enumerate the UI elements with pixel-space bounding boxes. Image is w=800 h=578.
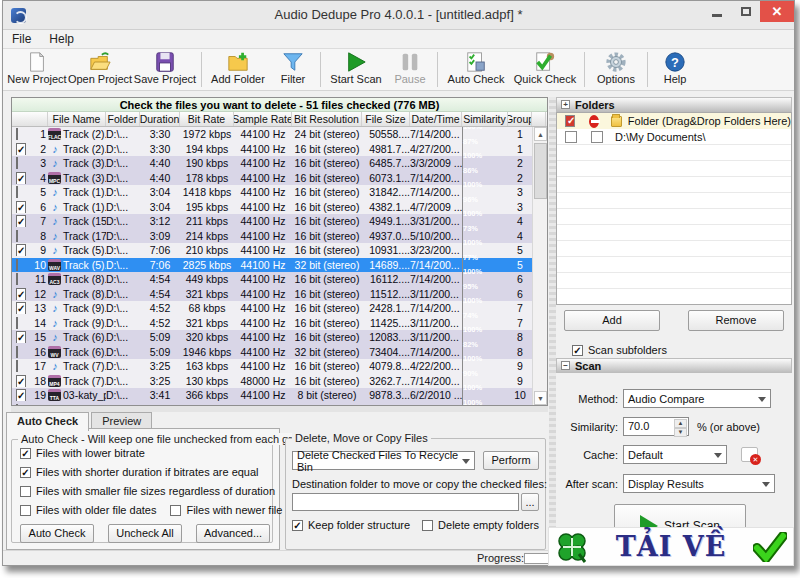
file-row[interactable]: 14♪Track (9).mD:\...4:52321 kbps44100 Hz… xyxy=(12,316,532,331)
file-row[interactable]: 13♪Track (9).aD:\...4:5268 kbps44100 Hz1… xyxy=(12,301,532,316)
file-row[interactable]: 15♪Track (6).mD:\...5:09320 kbps44100 Hz… xyxy=(12,330,532,345)
col-header-duration[interactable]: Duration xyxy=(140,112,180,126)
minimize-button[interactable] xyxy=(702,1,731,22)
file-checkbox[interactable] xyxy=(16,128,18,140)
advanced-button[interactable]: Advanced... xyxy=(196,524,270,543)
file-checkbox[interactable] xyxy=(16,375,26,387)
file-row[interactable]: 5♪Track (1).aD:\...3:041418 kbps44100 Hz… xyxy=(12,185,532,200)
file-checkbox[interactable] xyxy=(16,186,18,198)
folder-exclude-checkbox[interactable] xyxy=(591,131,603,143)
file-row[interactable]: 8♪Track (17).D:\...3:09214 kbps44100 Hz1… xyxy=(12,229,532,244)
col-header-similarity[interactable]: Similarity xyxy=(462,112,508,126)
delete-cache-icon[interactable] xyxy=(741,447,758,462)
file-row[interactable]: 9♪Track (5).mD:\...7:06210 kbps44100 Hz1… xyxy=(12,243,532,258)
col-header-blank[interactable] xyxy=(12,112,48,126)
remove-folder-list-button[interactable]: Remove xyxy=(688,310,784,331)
folder-drop-row[interactable]: Folder (Drag&Drop Folders Here) xyxy=(557,113,791,129)
add-folder-button[interactable]: Add Folder xyxy=(206,49,270,90)
file-checkbox[interactable] xyxy=(16,215,26,227)
folder-include-checkbox[interactable] xyxy=(565,131,577,143)
delete-empty-folders-option[interactable]: Delete empty folders xyxy=(422,519,539,531)
file-checkbox[interactable] xyxy=(16,404,18,405)
auto-check-option[interactable]: Files with older file dates xyxy=(20,504,156,516)
file-checkbox[interactable] xyxy=(16,172,26,184)
include-all-checkbox[interactable] xyxy=(565,115,575,127)
file-row[interactable]: 19TTA03-katy_peD:\...3:41366 kbps44100 H… xyxy=(12,388,532,403)
options-button[interactable]: Options xyxy=(589,49,643,90)
file-checkbox[interactable] xyxy=(16,244,26,256)
scan-section-header[interactable]: − Scan xyxy=(556,358,792,373)
delete-empty-folders-checkbox[interactable] xyxy=(422,520,433,531)
maximize-button[interactable] xyxy=(731,1,760,22)
file-checkbox[interactable] xyxy=(16,288,26,300)
menu-file[interactable]: File xyxy=(3,30,40,48)
file-checkbox[interactable] xyxy=(16,317,18,329)
file-checkbox[interactable] xyxy=(16,302,26,314)
option-checkbox[interactable] xyxy=(20,486,31,497)
folders-section-header[interactable]: + Folders xyxy=(556,97,792,112)
cache-dropdown[interactable]: Default xyxy=(623,445,727,464)
after-scan-dropdown[interactable]: Display Results xyxy=(623,474,775,493)
col-header-sample-rate[interactable]: Sample Rate xyxy=(234,112,292,126)
auto-check-option[interactable]: Files with shorter duration if bitrates … xyxy=(20,466,272,478)
add-folder-list-button[interactable]: Add xyxy=(564,310,660,331)
file-checkbox[interactable] xyxy=(16,346,18,358)
col-header-folder[interactable]: Folder xyxy=(106,112,140,126)
file-row[interactable]: 2♪Track (2).mD:\...3:30194 kbps44100 Hz1… xyxy=(12,142,532,157)
exclude-icon[interactable] xyxy=(589,115,599,128)
scroll-down-arrow[interactable]: ▼ xyxy=(534,391,547,405)
file-row[interactable]: 1FLACTrack (2).flD:\...3:301972 kbps4410… xyxy=(12,127,532,142)
col-header-group[interactable]: Group xyxy=(508,112,532,126)
keep-folder-structure-option[interactable]: Keep folder structure xyxy=(292,519,410,531)
filter-button[interactable]: Filter xyxy=(270,49,316,90)
option-checkbox[interactable] xyxy=(20,505,31,516)
download-banner[interactable]: TẢI VỀ xyxy=(548,527,794,566)
file-row[interactable]: 3♪Track (3).mD:\...4:40190 kbps44100 Hz1… xyxy=(12,156,532,171)
col-header-file-size[interactable]: File Size xyxy=(362,112,410,126)
folder-row[interactable]: D:\My Documents\ xyxy=(557,129,791,145)
file-checkbox[interactable] xyxy=(16,331,26,343)
open-project-button[interactable]: Open Project xyxy=(67,49,133,90)
file-checkbox[interactable] xyxy=(16,230,18,242)
files-vertical-scrollbar[interactable]: ▲ ▼ xyxy=(532,127,547,405)
file-checkbox[interactable] xyxy=(16,143,26,155)
file-row[interactable]: 16WVTrack (6).wD:\...5:091946 kbps44100 … xyxy=(12,345,532,360)
file-checkbox[interactable] xyxy=(16,360,18,372)
option-checkbox[interactable] xyxy=(20,448,31,459)
expand-icon[interactable]: + xyxy=(561,100,570,109)
auto-check-action-button[interactable]: Auto Check xyxy=(20,524,94,543)
auto-check-option[interactable]: Files with smaller file sizes regardless… xyxy=(20,485,272,497)
col-header-bit-rate[interactable]: Bit Rate xyxy=(180,112,234,126)
file-checkbox[interactable] xyxy=(16,157,18,169)
file-row[interactable]: 4MPCTrack (3).mD:\...4:40178 kbps44100 H… xyxy=(12,171,532,186)
vertical-splitter[interactable] xyxy=(549,97,556,551)
scan-subfolders-option[interactable]: Scan subfolders xyxy=(572,344,667,356)
spinner-arrows[interactable]: ▲▼ xyxy=(674,419,687,434)
file-checkbox[interactable] xyxy=(16,389,26,401)
new-project-button[interactable]: New Project xyxy=(7,49,67,90)
scroll-up-arrow[interactable]: ▲ xyxy=(534,127,547,141)
menu-help[interactable]: Help xyxy=(40,30,83,48)
browse-button[interactable]: ... xyxy=(521,493,539,511)
file-row[interactable]: 12♪Track (8).mD:\...4:54321 kbps44100 Hz… xyxy=(12,287,532,302)
save-project-button[interactable]: Save Project xyxy=(133,49,197,90)
tab-auto-check[interactable]: Auto Check xyxy=(6,412,89,431)
quick-check-button[interactable]: Quick Check xyxy=(510,49,580,90)
col-header-date-time[interactable]: Date/Time xyxy=(410,112,462,126)
file-checkbox[interactable] xyxy=(16,259,18,271)
perform-button[interactable]: Perform xyxy=(483,451,539,470)
method-dropdown[interactable]: Audio Compare xyxy=(623,389,771,408)
start-scan-button[interactable]: Start Scan xyxy=(325,49,387,90)
file-checkbox[interactable] xyxy=(16,201,26,213)
file-row[interactable]: 18MP4Track (7).mD:\...3:25130 kbps48000 … xyxy=(12,374,532,389)
col-header-file-name[interactable]: File Name xyxy=(48,112,106,126)
similarity-spinner[interactable]: 70.0 ▲▼ xyxy=(623,417,689,436)
file-row[interactable]: 17♪Track (7).mD:\...3:25163 kbps44100 Hz… xyxy=(12,359,532,374)
auto-check-button[interactable]: Auto Check xyxy=(442,49,510,90)
scroll-thumb[interactable] xyxy=(534,143,547,199)
file-row[interactable]: 20♪03-katy_peD:\...3:41796 kbps44100 Hz8… xyxy=(12,403,532,406)
option-checkbox[interactable] xyxy=(170,505,181,516)
auto-check-option[interactable]: Files with lower bitrate xyxy=(20,447,272,459)
keep-folder-structure-checkbox[interactable] xyxy=(292,520,303,531)
destination-input[interactable] xyxy=(292,493,519,511)
